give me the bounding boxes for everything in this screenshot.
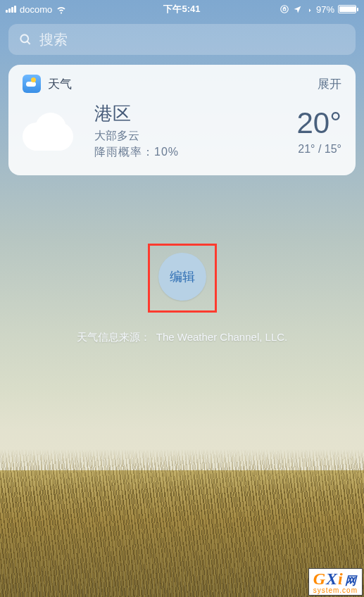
widget-title: 天气 xyxy=(48,76,310,92)
status-bar: docomo 下午5:41 97% xyxy=(0,0,364,17)
svg-point-0 xyxy=(281,6,289,13)
attribution-label: 天气信息来源： xyxy=(77,331,151,343)
orientation-lock-icon xyxy=(280,4,289,14)
rain-text: 降雨概率：10% xyxy=(94,145,284,160)
temp-high: 21° xyxy=(298,143,315,155)
rain-value: 10% xyxy=(154,146,179,158)
status-time: 下午5:41 xyxy=(163,3,200,15)
location-name: 港区 xyxy=(94,101,284,126)
weather-widget[interactable]: 天气 展开 港区 大部多云 降雨概率：10% 20° 21° / 15° xyxy=(8,65,356,175)
widget-body: 港区 大部多云 降雨概率：10% 20° 21° / 15° xyxy=(23,101,341,160)
today-view-screen: docomo 下午5:41 97% 搜索 天气 展开 港区 大 xyxy=(0,0,364,597)
svg-line-2 xyxy=(27,42,30,44)
edit-label: 编辑 xyxy=(170,268,195,285)
search-placeholder: 搜索 xyxy=(39,30,68,49)
temp-now: 20° xyxy=(296,106,341,140)
watermark-domain: system.com xyxy=(313,587,358,594)
edit-highlight: 编辑 xyxy=(148,244,217,313)
expand-button[interactable]: 展开 xyxy=(318,76,341,92)
rain-label: 降雨概率： xyxy=(94,146,154,158)
search-field[interactable]: 搜索 xyxy=(8,24,356,55)
location-icon xyxy=(293,5,302,14)
weather-app-icon xyxy=(23,75,41,93)
condition-text: 大部多云 xyxy=(94,129,284,144)
widget-header: 天气 展开 xyxy=(23,75,341,101)
annotation-box: 编辑 xyxy=(148,244,217,313)
carrier-label: docomo xyxy=(20,4,52,15)
attribution-source: The Weather Channel, LLC. xyxy=(156,331,288,343)
temp-range: 21° / 15° xyxy=(296,143,341,156)
edit-button[interactable]: 编辑 xyxy=(158,253,206,301)
location-block: 港区 大部多云 降雨概率：10% xyxy=(94,101,284,160)
watermark: GXi网 system.com xyxy=(308,568,363,596)
wifi-icon xyxy=(56,4,67,15)
temp-low: 15° xyxy=(325,143,341,155)
temperature-block: 20° 21° / 15° xyxy=(296,106,341,156)
weather-attribution: 天气信息来源：The Weather Channel, LLC. xyxy=(0,331,364,344)
bluetooth-icon xyxy=(306,4,313,14)
signal-icon xyxy=(6,6,16,13)
battery-percent: 97% xyxy=(316,4,334,15)
cloud-icon xyxy=(18,108,82,153)
battery-icon xyxy=(338,5,358,13)
search-icon xyxy=(18,32,32,46)
svg-point-1 xyxy=(20,34,28,42)
